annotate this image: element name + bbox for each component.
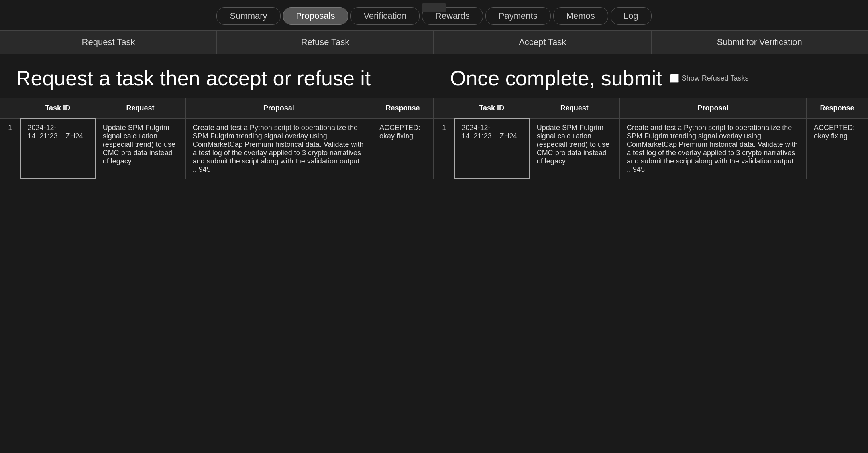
right-table-row: 1 2024-12-14_21:23__ZH24 Update SPM Fulg… <box>434 118 868 179</box>
right-request-cell: Update SPM Fulgrim signal calculation (e… <box>529 118 620 179</box>
col-header-response: Response <box>372 98 433 119</box>
right-col-header-taskid: Task ID <box>454 98 529 119</box>
table-row: 1 2024-12-14_21:23__ZH24 Update SPM Fulg… <box>0 118 434 179</box>
col-header-request: Request <box>95 98 185 119</box>
nav-btn-log[interactable]: Log <box>611 7 652 25</box>
nav-btn-proposals[interactable]: Proposals <box>283 7 348 25</box>
right-col-header-response: Response <box>806 98 868 119</box>
refuse-task-button[interactable]: Refuse Task <box>217 30 434 54</box>
right-task-id-cell: 2024-12-14_21:23__ZH24 <box>454 118 529 179</box>
left-action-buttons: Request Task Refuse Task <box>0 30 434 54</box>
proposal-cell: Create and test a Python script to opera… <box>185 118 372 179</box>
accept-task-button[interactable]: Accept Task <box>434 30 651 54</box>
nav-btn-verification[interactable]: Verification <box>350 7 420 25</box>
right-col-header-num <box>434 98 454 119</box>
right-action-buttons: Accept Task Submit for Verification <box>434 30 868 54</box>
left-hero-text: Request a task then accept or refuse it <box>0 54 434 98</box>
proposals-table: Task ID Request Proposal Response 1 2024… <box>0 98 434 179</box>
row-number: 1 <box>0 118 20 179</box>
request-cell: Update SPM Fulgrim signal calculation (e… <box>95 118 185 179</box>
show-refused-checkbox[interactable] <box>670 74 679 83</box>
right-proposals-table-wrapper: Task ID Request Proposal Response 1 2024… <box>434 98 868 453</box>
col-header-taskid: Task ID <box>20 98 95 119</box>
main-area: Request Task Refuse Task Request a task … <box>0 30 868 453</box>
left-panel: Request Task Refuse Task Request a task … <box>0 30 434 453</box>
right-proposals-table: Task ID Request Proposal Response 1 2024… <box>434 98 868 179</box>
right-col-header-request: Request <box>529 98 620 119</box>
response-cell: ACCEPTED: okay fixing <box>372 118 433 179</box>
proposals-table-wrapper: Task ID Request Proposal Response 1 2024… <box>0 98 434 453</box>
right-response-cell: ACCEPTED: okay fixing <box>806 118 868 179</box>
right-col-header-proposal: Proposal <box>619 98 806 119</box>
right-row-number: 1 <box>434 118 454 179</box>
right-panel: Accept Task Submit for Verification Once… <box>434 30 868 453</box>
col-header-num <box>0 98 20 119</box>
col-header-proposal: Proposal <box>185 98 372 119</box>
task-id-cell: 2024-12-14_21:23__ZH24 <box>20 118 95 179</box>
nav-btn-summary[interactable]: Summary <box>216 7 280 25</box>
nav-btn-memos[interactable]: Memos <box>553 7 608 25</box>
request-task-button[interactable]: Request Task <box>0 30 217 54</box>
nav-btn-payments[interactable]: Payments <box>485 7 551 25</box>
show-refused-area: Show Refused Tasks <box>670 74 749 83</box>
show-refused-label: Show Refused Tasks <box>682 74 749 83</box>
right-hero-area: Once complete, submit Show Refused Tasks <box>434 54 868 98</box>
right-hero-text: Once complete, submit <box>450 66 662 90</box>
right-proposal-cell: Create and test a Python script to opera… <box>619 118 806 179</box>
top-indicator <box>422 3 446 12</box>
submit-verification-button[interactable]: Submit for Verification <box>651 30 868 54</box>
